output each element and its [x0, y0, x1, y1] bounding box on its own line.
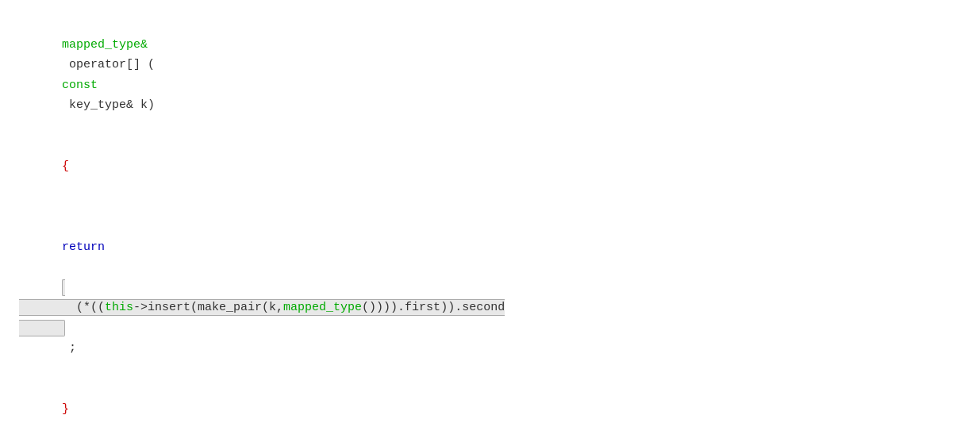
code-expr-close1: ()))).first)).second	[362, 301, 505, 314]
code-expr-arrow: ->insert(make_pair(k,	[133, 301, 283, 314]
code-brace-close: }	[62, 402, 69, 416]
code-return-keyword: return	[62, 240, 105, 254]
code-brace-open: {	[62, 160, 69, 173]
code-highlighted-expression: (*((this->insert(make_pair(k,mapped_type…	[19, 279, 505, 336]
code-keyword-mapped: mapped_type&	[62, 38, 148, 52]
code-expr-open: (*((	[76, 301, 105, 314]
code-line-2: {	[19, 136, 961, 197]
code-return-prefix	[62, 220, 83, 233]
code-return-space	[62, 260, 69, 274]
code-line-1: mapped_type& operator[] ( const key_type…	[19, 14, 961, 136]
code-line-3: return (*((this->insert(make_pair(k,mapp…	[19, 197, 961, 379]
code-return-semicolon: ;	[62, 341, 76, 355]
code-expr-mapped: mapped_type	[283, 301, 362, 314]
main-container: mapped_type& operator[] ( const key_type…	[0, 0, 980, 442]
code-block: mapped_type& operator[] ( const key_type…	[19, 14, 961, 440]
code-keyword-const: const	[62, 79, 98, 92]
code-operator: operator[] (	[62, 58, 155, 71]
code-param: key_type& k)	[62, 98, 155, 112]
code-expr-this: this	[105, 301, 133, 314]
code-line-4: }	[19, 379, 961, 440]
